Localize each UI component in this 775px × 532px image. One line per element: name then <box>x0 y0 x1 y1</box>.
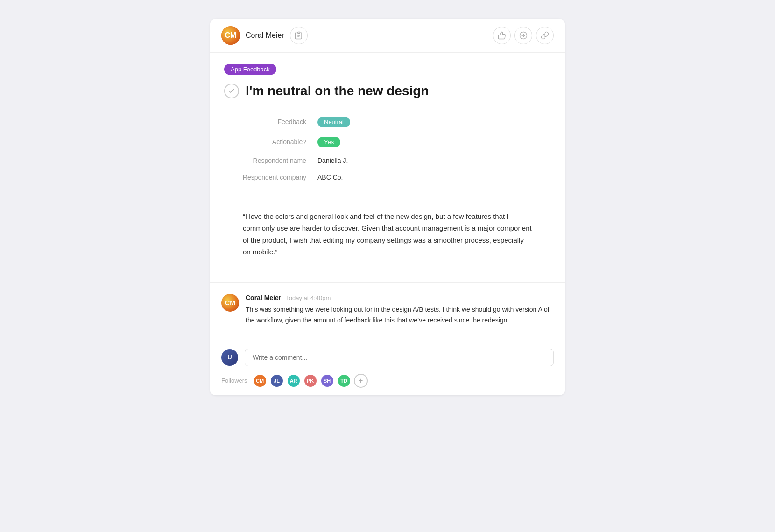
link-icon-btn[interactable] <box>536 27 554 44</box>
actionable-badge: Yes <box>317 137 340 147</box>
check-circle <box>224 84 239 98</box>
clipboard-icon <box>295 31 303 40</box>
field-row-feedback: Feedback Neutral <box>224 112 551 132</box>
follower-avatar-1: JL <box>270 374 284 388</box>
comment-block: CM Coral Meier Today at 4:40pm This was … <box>210 294 565 341</box>
main-content: App Feedback I'm neutral on the new desi… <box>210 53 565 282</box>
card-header: CM Coral Meier <box>210 19 565 53</box>
clipboard-icon-btn[interactable] <box>290 27 308 44</box>
quote-text: “I love the colors and general look and … <box>243 210 532 258</box>
header-left: CM Coral Meier <box>221 26 308 45</box>
app-tag: App Feedback <box>224 64 276 75</box>
follower-avatar-5: TD <box>337 374 351 388</box>
comment-text: This was something we were looking out f… <box>246 304 554 326</box>
field-row-respondent-name: Respondent name Daniella J. <box>224 152 551 169</box>
checkmark-icon <box>228 87 235 95</box>
field-label-actionable: Actionable? <box>224 138 317 146</box>
comment-header: Coral Meier Today at 4:40pm <box>246 294 554 301</box>
respondent-name-value: Daniella J. <box>317 157 348 164</box>
comment-author: Coral Meier <box>246 294 281 301</box>
svg-rect-0 <box>297 32 300 34</box>
share-icon <box>519 31 528 40</box>
bottom-bar: U Followers CM JL AR PK SH TD + <box>210 341 565 395</box>
field-label-respondent-name: Respondent name <box>224 157 317 164</box>
comment-content: Coral Meier Today at 4:40pm This was som… <box>246 294 554 326</box>
field-row-respondent-company: Respondent company ABC Co. <box>224 169 551 186</box>
comment-input[interactable] <box>245 349 554 366</box>
main-card: CM Coral Meier <box>210 19 565 395</box>
quote-block: “I love the colors and general look and … <box>224 210 551 271</box>
field-label-feedback: Feedback <box>224 118 317 126</box>
current-user-initials: U <box>227 354 232 361</box>
field-label-respondent-company: Respondent company <box>224 174 317 181</box>
current-user-avatar: U <box>221 349 238 366</box>
follower-avatar-4: SH <box>320 374 334 388</box>
task-title-row: I'm neutral on the new design <box>224 83 551 99</box>
comment-input-row: U <box>221 349 554 366</box>
feedback-badge: Neutral <box>317 117 350 127</box>
follower-avatar-2: AR <box>287 374 301 388</box>
avatar-initials: CM <box>225 31 237 40</box>
add-follower-button[interactable]: + <box>354 374 368 388</box>
commenter-avatar: CM <box>221 294 239 312</box>
like-icon-btn[interactable] <box>493 27 511 44</box>
task-title: I'm neutral on the new design <box>246 83 429 99</box>
commenter-avatar-initials: CM <box>225 299 235 307</box>
share-icon-btn[interactable] <box>514 27 532 44</box>
follower-avatar-0: CM <box>253 374 267 388</box>
action-icons <box>493 27 554 44</box>
section-divider-2 <box>210 282 565 283</box>
respondent-company-value: ABC Co. <box>317 174 343 181</box>
like-icon <box>498 31 506 40</box>
section-divider-1 <box>224 199 551 199</box>
followers-row: Followers CM JL AR PK SH TD + <box>221 374 554 388</box>
followers-label: Followers <box>221 377 247 384</box>
author-avatar: CM <box>221 26 240 45</box>
follower-avatar-3: PK <box>303 374 317 388</box>
fields-section: Feedback Neutral Actionable? Yes Respond… <box>224 112 551 186</box>
link-icon <box>541 31 549 40</box>
comment-time: Today at 4:40pm <box>286 294 331 301</box>
author-name: Coral Meier <box>246 31 284 40</box>
field-row-actionable: Actionable? Yes <box>224 132 551 152</box>
